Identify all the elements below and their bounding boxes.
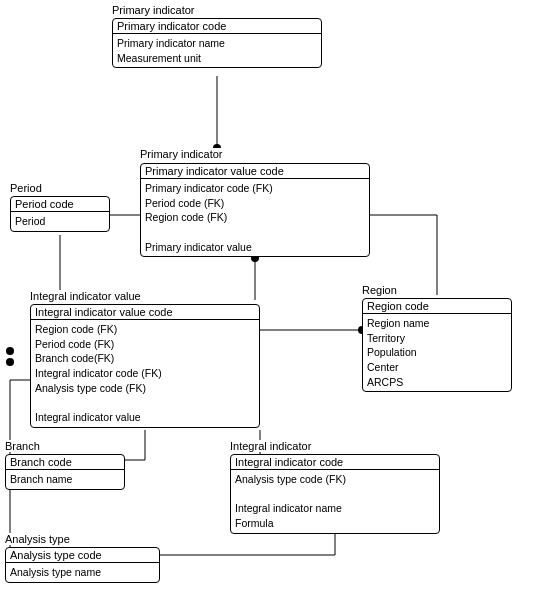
field-period-code-fk1: Period code (FK) <box>145 196 365 211</box>
field-formula: Formula <box>235 516 435 531</box>
er-diagram: Primary indicator Primary indicator code… <box>0 0 538 615</box>
fields-branch: Branch name <box>6 470 124 489</box>
label-branch: Branch <box>5 440 40 452</box>
fields-period: Period <box>11 212 109 231</box>
entity-primary-indicator-value: Primary indicator value code Primary ind… <box>140 163 370 257</box>
field-integral-indicator-code-fk: Integral indicator code (FK) <box>35 366 255 381</box>
fields-integral-indicator: Analysis type code (FK) Integral indicat… <box>231 470 439 533</box>
fields-region: Region name Territory Population Center … <box>363 314 511 391</box>
field-primary-indicator-code: Primary indicator code <box>113 19 321 34</box>
field-separator2 <box>35 395 255 410</box>
field-period-code: Period code <box>11 197 109 212</box>
fields-primary-indicator-value: Primary indicator code (FK) Period code … <box>141 179 369 256</box>
field-period-code-fk2: Period code (FK) <box>35 337 255 352</box>
field-primary-indicator-value-code: Primary indicator value code <box>141 164 369 179</box>
entity-branch: Branch code Branch name <box>5 454 125 490</box>
field-center: Center <box>367 360 507 375</box>
field-primary-indicator-code-fk: Primary indicator code (FK) <box>145 181 365 196</box>
label-primary-indicator-top: Primary indicator <box>112 4 195 16</box>
entity-integral-indicator-value: Integral indicator value code Region cod… <box>30 304 260 428</box>
field-primary-indicator-name: Primary indicator name <box>117 36 317 51</box>
entity-primary-indicator-top: Primary indicator code Primary indicator… <box>112 18 322 68</box>
field-branch-code-fk: Branch code(FK) <box>35 351 255 366</box>
field-analysis-type-code-fk2: Analysis type code (FK) <box>235 472 435 487</box>
field-branch-code: Branch code <box>6 455 124 470</box>
field-analysis-type-code: Analysis type code <box>6 548 159 563</box>
field-region-code-fk1: Region code (FK) <box>145 210 365 225</box>
entity-integral-indicator: Integral indicator code Analysis type co… <box>230 454 440 534</box>
label-region: Region <box>362 284 397 296</box>
entity-period: Period code Period <box>10 196 110 232</box>
field-region-code-fk2: Region code (FK) <box>35 322 255 337</box>
field-arcps: ARCPS <box>367 375 507 390</box>
dot-period-left <box>6 347 14 355</box>
label-integral-indicator-value: Integral indicator value <box>30 290 141 302</box>
fields-primary-indicator-top: Primary indicator name Measurement unit <box>113 34 321 67</box>
field-territory: Territory <box>367 331 507 346</box>
label-period: Period <box>10 182 42 194</box>
label-analysis-type: Analysis type <box>5 533 70 545</box>
field-region-name: Region name <box>367 316 507 331</box>
entity-analysis-type: Analysis type code Analysis type name <box>5 547 160 583</box>
field-separator1 <box>145 225 365 240</box>
field-integral-indicator-value: Integral indicator value <box>35 410 255 425</box>
field-integral-indicator-name: Integral indicator name <box>235 501 435 516</box>
fields-integral-indicator-value: Region code (FK) Period code (FK) Branch… <box>31 320 259 427</box>
entity-region: Region code Region name Territory Popula… <box>362 298 512 392</box>
field-measurement-unit: Measurement unit <box>117 51 317 66</box>
field-branch-name: Branch name <box>10 472 120 487</box>
field-integral-indicator-code: Integral indicator code <box>231 455 439 470</box>
field-analysis-type-name: Analysis type name <box>10 565 155 580</box>
field-analysis-type-code-fk1: Analysis type code (FK) <box>35 381 255 396</box>
label-primary-indicator-value: Primary indicator <box>140 148 223 160</box>
field-region-code: Region code <box>363 299 511 314</box>
field-population: Population <box>367 345 507 360</box>
field-integral-indicator-value-code: Integral indicator value code <box>31 305 259 320</box>
field-period: Period <box>15 214 105 229</box>
label-integral-indicator: Integral indicator <box>230 440 311 452</box>
fields-analysis-type: Analysis type name <box>6 563 159 582</box>
field-separator3 <box>235 487 435 502</box>
dot-period-left2 <box>6 358 14 366</box>
field-primary-indicator-value: Primary indicator value <box>145 240 365 255</box>
